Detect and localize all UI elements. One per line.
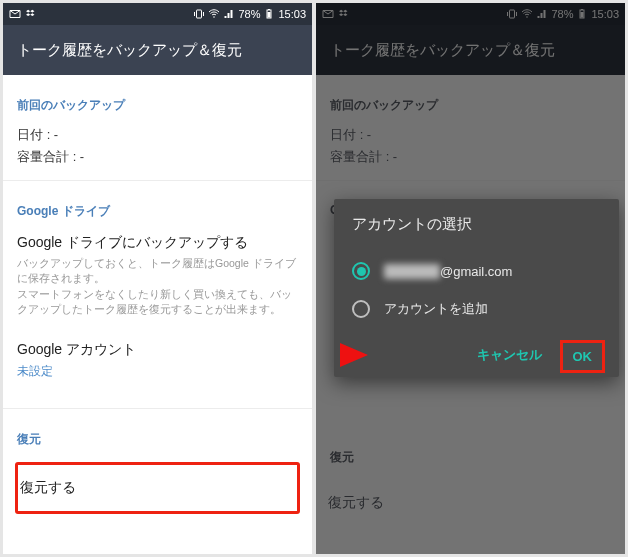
label-date: 日付	[17, 127, 43, 142]
wifi-icon	[521, 8, 533, 20]
label-size: 容量合計	[330, 149, 382, 164]
appbar: トーク履歴をバックアップ＆復元	[316, 25, 625, 75]
section-restore: 復元	[330, 427, 611, 476]
svg-point-6	[527, 16, 529, 18]
dialog-title: アカウントの選択	[352, 215, 601, 252]
account-dialog: アカウントの選択 xxxxxxxx@gmail.com アカウントを追加 キャン…	[334, 199, 619, 377]
last-backup-size: 容量合計 : -	[17, 146, 298, 168]
battery-pct: 78%	[551, 8, 573, 20]
backup-to-drive[interactable]: Google ドライブにバックアップする	[17, 230, 298, 252]
appbar-title: トーク履歴をバックアップ＆復元	[330, 41, 555, 60]
last-backup-date: 日付 : -	[330, 124, 611, 146]
phone-left: 78% 15:03 トーク履歴をバックアップ＆復元 前回のバックアップ 日付 :…	[3, 3, 312, 554]
section-last-backup: 前回のバックアップ	[17, 75, 298, 124]
mail-icon	[9, 8, 21, 20]
statusbar: 78% 15:03	[3, 3, 312, 25]
phone-right: 78% 15:03 トーク履歴をバックアップ＆復元 前回のバックアップ 日付 :…	[316, 3, 625, 554]
wifi-icon	[208, 8, 220, 20]
section-restore: 復元	[17, 409, 298, 458]
divider	[316, 180, 625, 181]
appbar-title: トーク履歴をバックアップ＆復元	[17, 41, 242, 60]
account-option-1[interactable]: xxxxxxxx@gmail.com	[352, 252, 601, 290]
svg-rect-0	[197, 10, 202, 18]
svg-rect-9	[581, 9, 583, 10]
radio-icon	[352, 300, 370, 318]
signal-icon	[223, 8, 235, 20]
cancel-button[interactable]: キャンセル	[477, 346, 542, 367]
restore-button[interactable]: 復元する	[328, 480, 613, 526]
radio-icon	[352, 262, 370, 280]
dropbox-icon	[25, 8, 37, 20]
signal-icon	[536, 8, 548, 20]
restore-button[interactable]: 復元する	[15, 462, 300, 514]
svg-point-1	[214, 16, 216, 18]
ok-button[interactable]: OK	[560, 340, 606, 373]
value-size: : -	[386, 149, 398, 164]
section-last-backup: 前回のバックアップ	[330, 75, 611, 124]
svg-rect-3	[268, 12, 271, 18]
value-date: : -	[47, 127, 59, 142]
svg-rect-8	[581, 12, 584, 18]
svg-rect-5	[510, 10, 515, 18]
last-backup-date: 日付 : -	[17, 124, 298, 146]
label-date: 日付	[330, 127, 356, 142]
battery-pct: 78%	[238, 8, 260, 20]
value-date: : -	[360, 127, 372, 142]
email-domain: @gmail.com	[440, 264, 512, 279]
clock-text: 15:03	[591, 8, 619, 20]
dropbox-icon	[338, 8, 350, 20]
account-email: xxxxxxxx@gmail.com	[384, 264, 512, 279]
svg-rect-4	[268, 9, 270, 10]
mail-icon	[322, 8, 334, 20]
last-backup-size: 容量合計 : -	[330, 146, 611, 168]
vibrate-icon	[506, 8, 518, 20]
clock-text: 15:03	[278, 8, 306, 20]
label-size: 容量合計	[17, 149, 69, 164]
appbar: トーク履歴をバックアップ＆復元	[3, 25, 312, 75]
vibrate-icon	[193, 8, 205, 20]
add-account-label: アカウントを追加	[384, 300, 488, 318]
redacted-local-part: xxxxxxxx	[384, 264, 440, 279]
google-account-value[interactable]: 未設定	[17, 359, 298, 396]
account-option-add[interactable]: アカウントを追加	[352, 290, 601, 328]
section-drive: Google ドライブ	[17, 181, 298, 230]
google-account[interactable]: Google アカウント	[17, 337, 298, 359]
value-size: : -	[73, 149, 85, 164]
battery-icon	[263, 8, 275, 20]
statusbar: 78% 15:03	[316, 3, 625, 25]
battery-icon	[576, 8, 588, 20]
backup-desc: バックアップしておくと、トーク履歴はGoogle ドライブに保存されます。 スマ…	[17, 252, 298, 323]
